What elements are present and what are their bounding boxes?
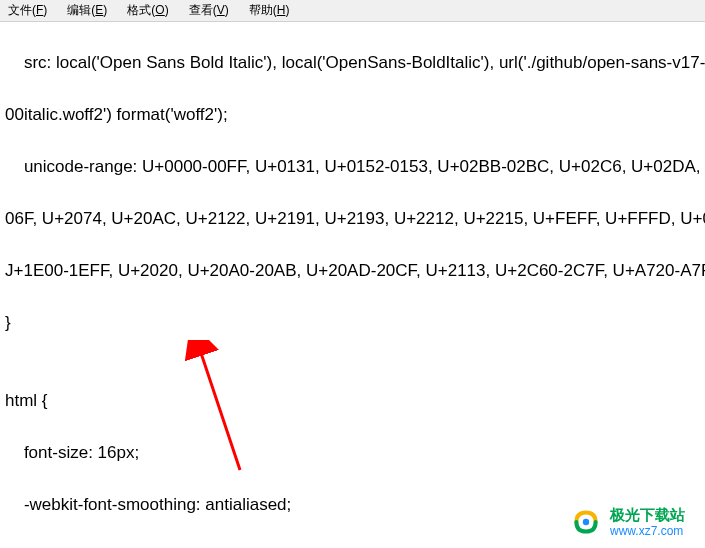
code-line: html { xyxy=(0,388,705,414)
menu-bar: 文件(F) 编辑(E) 格式(O) 查看(V) 帮助(H) xyxy=(0,0,705,22)
menu-format[interactable]: 格式(O) xyxy=(123,1,172,20)
code-line: 00italic.woff2') format('woff2'); xyxy=(0,102,705,128)
watermark: 极光下载站 www.xz7.com xyxy=(570,506,685,538)
watermark-url: www.xz7.com xyxy=(610,524,685,538)
menu-view[interactable]: 查看(V) xyxy=(185,1,233,20)
menu-file[interactable]: 文件(F) xyxy=(4,1,51,20)
svg-point-2 xyxy=(583,519,589,525)
code-line: src: local('Open Sans Bold Italic'), loc… xyxy=(0,50,705,76)
menu-help[interactable]: 帮助(H) xyxy=(245,1,294,20)
code-editor-content[interactable]: src: local('Open Sans Bold Italic'), loc… xyxy=(0,22,705,548)
code-line: J+1E00-1EFF, U+2020, U+20A0-20AB, U+20AD… xyxy=(0,258,705,284)
menu-edit[interactable]: 编辑(E) xyxy=(63,1,111,20)
code-line: } xyxy=(0,310,705,336)
code-line: font-size: 16px; xyxy=(0,440,705,466)
watermark-text: 极光下载站 www.xz7.com xyxy=(610,506,685,538)
watermark-title: 极光下载站 xyxy=(610,506,685,524)
logo-icon xyxy=(570,506,602,538)
code-line: unicode-range: U+0000-00FF, U+0131, U+01… xyxy=(0,154,705,180)
code-line: 06F, U+2074, U+20AC, U+2122, U+2191, U+2… xyxy=(0,206,705,232)
